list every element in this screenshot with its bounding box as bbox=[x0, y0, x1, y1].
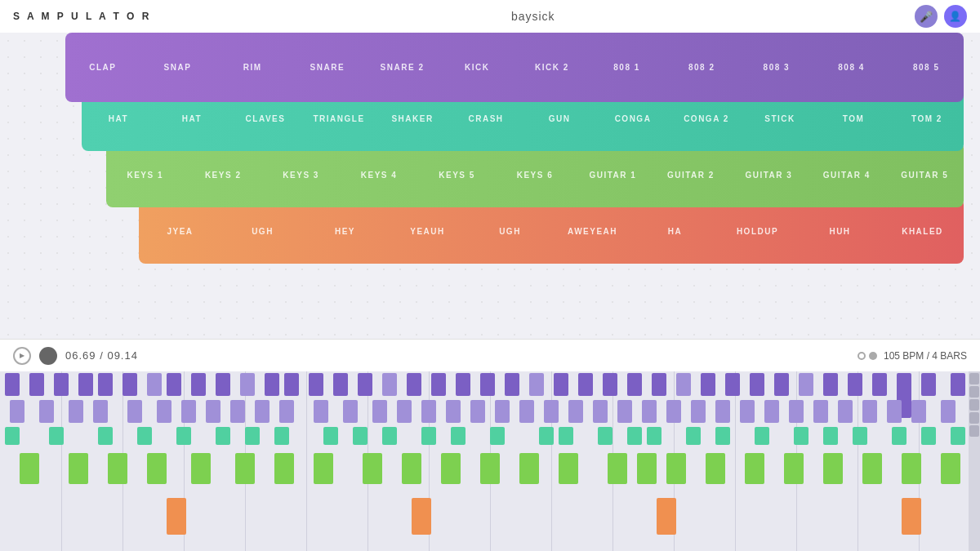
sequencer-note[interactable] bbox=[848, 373, 862, 396]
sequencer-note[interactable] bbox=[755, 427, 769, 445]
pad-cell-808-5[interactable]: 808 5 bbox=[889, 33, 964, 102]
sequencer-note[interactable] bbox=[470, 400, 485, 423]
sequencer-note[interactable] bbox=[421, 400, 436, 423]
sequencer-note[interactable] bbox=[750, 373, 764, 396]
sequencer-note[interactable] bbox=[265, 373, 279, 396]
sequencer-note[interactable] bbox=[382, 427, 397, 445]
sequencer-note[interactable] bbox=[407, 373, 421, 396]
sequencer-note[interactable] bbox=[686, 427, 701, 445]
pad-cell-ugh[interactable]: UGH bbox=[221, 198, 304, 264]
sequencer-note[interactable] bbox=[274, 453, 294, 484]
sequencer-note[interactable] bbox=[838, 400, 853, 423]
sequencer-note[interactable] bbox=[652, 373, 666, 396]
sequencer-note[interactable] bbox=[559, 453, 578, 484]
sequencer-note[interactable] bbox=[823, 373, 838, 396]
pad-cell-guitar-1[interactable]: GUITAR 1 bbox=[574, 142, 652, 207]
sequencer-note[interactable] bbox=[911, 400, 926, 423]
sequencer-note[interactable] bbox=[314, 453, 333, 484]
sequencer-note[interactable] bbox=[274, 427, 289, 445]
sequencer-note[interactable] bbox=[715, 400, 730, 423]
sequencer-note[interactable] bbox=[54, 373, 69, 396]
sequencer-note[interactable] bbox=[666, 400, 681, 423]
sequencer-note[interactable] bbox=[617, 400, 632, 423]
sequencer-note[interactable] bbox=[284, 373, 299, 396]
sequencer-note[interactable] bbox=[309, 373, 323, 396]
sequencer-note[interactable] bbox=[49, 427, 64, 445]
pad-cell-guitar-5[interactable]: GUITAR 5 bbox=[886, 142, 964, 207]
sequencer-note[interactable] bbox=[402, 453, 421, 484]
sequencer-note[interactable] bbox=[137, 427, 152, 445]
sequencer-note[interactable] bbox=[441, 453, 461, 484]
pad-cell-jyea[interactable]: JYEA bbox=[139, 198, 221, 264]
pad-cell-808-3[interactable]: 808 3 bbox=[739, 33, 814, 102]
sequencer-note[interactable] bbox=[480, 453, 500, 484]
sequencer-note[interactable] bbox=[176, 427, 191, 445]
avatar-icon[interactable]: 👤 bbox=[944, 5, 967, 28]
sequencer-note[interactable] bbox=[412, 498, 431, 535]
sequencer-note[interactable] bbox=[382, 373, 397, 396]
sequencer-note[interactable] bbox=[554, 373, 568, 396]
pad-cell-keys-6[interactable]: KEYS 6 bbox=[496, 142, 573, 207]
scroll-down[interactable] bbox=[969, 425, 979, 437]
scroll-item-3[interactable] bbox=[969, 412, 979, 424]
sequencer-note[interactable] bbox=[147, 453, 167, 484]
pad-cell-keys-5[interactable]: KEYS 5 bbox=[418, 142, 496, 207]
sequencer-note[interactable] bbox=[255, 400, 270, 423]
pad-cell-kick-2[interactable]: KICK 2 bbox=[514, 33, 590, 102]
sequencer-note[interactable] bbox=[539, 427, 554, 445]
sequencer-note[interactable] bbox=[363, 453, 382, 484]
sequencer-note[interactable] bbox=[29, 373, 44, 396]
pad-cell-kick[interactable]: KICK bbox=[439, 33, 514, 102]
pad-cell-holdup[interactable]: HOLDUP bbox=[716, 198, 799, 264]
sequencer-note[interactable] bbox=[813, 400, 828, 423]
pad-cell-aweyeah[interactable]: AWEYEAH bbox=[551, 198, 634, 264]
sequencer-note[interactable] bbox=[191, 453, 211, 484]
sequencer-note[interactable] bbox=[666, 453, 686, 484]
sequencer-note[interactable] bbox=[608, 453, 627, 484]
sequencer-note[interactable] bbox=[206, 400, 220, 423]
sequencer-note[interactable] bbox=[431, 373, 446, 396]
sequencer-note[interactable] bbox=[799, 373, 813, 396]
sequencer-note[interactable] bbox=[505, 373, 519, 396]
sequencer-note[interactable] bbox=[921, 373, 936, 396]
sequencer-note[interactable] bbox=[745, 453, 764, 484]
sequencer-note[interactable] bbox=[519, 400, 534, 423]
sequencer-note[interactable] bbox=[902, 453, 921, 484]
sequencer-note[interactable] bbox=[78, 373, 93, 396]
sequencer-note[interactable] bbox=[5, 373, 20, 396]
sequencer-note[interactable] bbox=[789, 400, 804, 423]
pad-cell-khaled[interactable]: KHALED bbox=[881, 198, 964, 264]
pad-cell-hey[interactable]: HEY bbox=[304, 198, 386, 264]
sequencer-note[interactable] bbox=[69, 400, 83, 423]
sequencer-note[interactable] bbox=[98, 427, 113, 445]
pad-cell-rim[interactable]: RIM bbox=[215, 33, 290, 102]
pad-cell-808-4[interactable]: 808 4 bbox=[814, 33, 889, 102]
sequencer-note[interactable] bbox=[167, 498, 186, 535]
sequencer-note[interactable] bbox=[421, 427, 436, 445]
sequencer-note[interactable] bbox=[191, 373, 206, 396]
sequencer-note[interactable] bbox=[706, 453, 725, 484]
sequencer-note[interactable] bbox=[676, 373, 691, 396]
pad-cell-guitar-3[interactable]: GUITAR 3 bbox=[730, 142, 808, 207]
sequencer-note[interactable] bbox=[456, 373, 470, 396]
scrollbar[interactable] bbox=[969, 371, 980, 551]
sequencer-note[interactable] bbox=[230, 400, 245, 423]
sequencer-note[interactable] bbox=[627, 427, 642, 445]
sequencer-note[interactable] bbox=[715, 427, 730, 445]
sequencer-note[interactable] bbox=[627, 373, 642, 396]
scroll-item-2[interactable] bbox=[969, 399, 979, 411]
pad-cell-huh[interactable]: HUH bbox=[799, 198, 881, 264]
sequencer-note[interactable] bbox=[892, 427, 906, 445]
mic-icon[interactable]: 🎤 bbox=[915, 5, 938, 28]
pad-cell-ugh[interactable]: UGH bbox=[469, 198, 551, 264]
sequencer-note[interactable] bbox=[333, 373, 348, 396]
sequencer-note[interactable] bbox=[598, 427, 612, 445]
pad-cell-ha[interactable]: HA bbox=[634, 198, 716, 264]
pad-cell-keys-3[interactable]: KEYS 3 bbox=[262, 142, 340, 207]
pad-cell-keys-4[interactable]: KEYS 4 bbox=[340, 142, 417, 207]
sequencer-note[interactable] bbox=[862, 453, 882, 484]
sequencer-note[interactable] bbox=[39, 400, 54, 423]
sequencer-note[interactable] bbox=[784, 453, 804, 484]
sequencer-note[interactable] bbox=[480, 373, 495, 396]
sequencer-note[interactable] bbox=[279, 400, 294, 423]
